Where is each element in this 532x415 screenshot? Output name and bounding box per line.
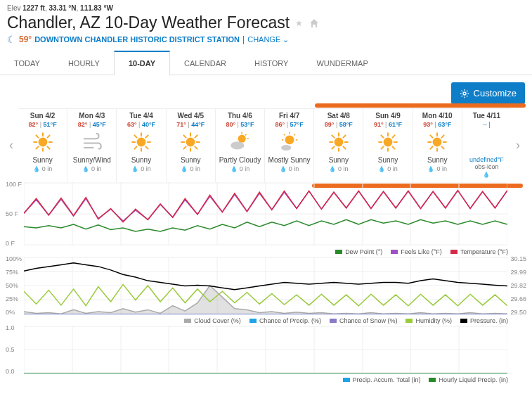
svg-point-0: [463, 91, 466, 94]
svg-line-17: [47, 135, 49, 137]
prev-arrow[interactable]: ‹: [4, 108, 18, 182]
moon-icon: ☾: [7, 34, 16, 45]
day-column[interactable]: Sat 4/889° | 58°FSunny💧0 in: [313, 109, 363, 182]
sunny-icon: [179, 131, 202, 153]
chevron-down-icon: ⌄: [283, 35, 289, 44]
tabs: TODAYHOURLY10-DAYCALENDARHISTORYWUNDERMA…: [0, 51, 532, 75]
chart-svg: [24, 257, 507, 314]
drop-icon: 💧: [82, 166, 89, 172]
elevation-coords: Elev 1227 ft, 33.31 °N, 111.83 °W: [7, 4, 525, 12]
svg-point-36: [238, 135, 246, 143]
sunny-icon: [130, 131, 153, 153]
svg-line-62: [381, 135, 383, 137]
day-column[interactable]: Mon 4/1093° | 63°FSunny💧0 in: [413, 109, 462, 182]
svg-point-57: [384, 138, 393, 147]
svg-line-25: [134, 146, 136, 148]
svg-point-9: [38, 138, 47, 147]
svg-line-35: [195, 135, 197, 137]
day-column[interactable]: Fri 4/786° | 57°FMostly Sunny💧0 in: [264, 109, 313, 182]
svg-line-64: [381, 146, 383, 148]
page-title: Chandler, AZ 10-Day Weather Forecast: [7, 13, 290, 32]
svg-line-53: [332, 135, 334, 137]
partly-icon: [228, 131, 251, 153]
svg-line-15: [47, 146, 49, 148]
svg-line-24: [145, 146, 148, 148]
customize-button[interactable]: Customize: [451, 82, 525, 104]
charts-area: 100 F50 F0 FDew Point (°)Feels Like (°F)…: [4, 182, 525, 388]
svg-line-5: [461, 90, 462, 91]
svg-line-65: [392, 135, 394, 137]
day-column[interactable]: Thu 4/680° | 53°FPartly Cloudy💧0 in: [215, 109, 264, 182]
svg-point-18: [137, 138, 146, 147]
wind-icon: [81, 131, 103, 153]
svg-point-47: [281, 145, 291, 151]
svg-line-16: [36, 146, 38, 148]
drop-icon: 💧: [33, 166, 40, 172]
svg-point-40: [231, 141, 245, 149]
tab-hourly[interactable]: HOURLY: [54, 51, 114, 75]
tab-calendar[interactable]: CALENDAR: [170, 51, 240, 75]
drop-icon: 💧: [329, 166, 336, 172]
svg-line-72: [442, 146, 444, 148]
svg-line-14: [36, 135, 38, 137]
day-column[interactable]: Mon 4/382° | 45°FSunny/Wind💧0 in: [67, 109, 116, 182]
day-column[interactable]: Tue 4/11-- |undefined°Fobs-icon💧: [462, 109, 511, 182]
gear-icon: [460, 89, 469, 98]
day-column[interactable]: Wed 4/571° | 44°FSunny💧0 in: [166, 109, 215, 182]
tab-today[interactable]: TODAY: [0, 51, 54, 75]
tab-10-day[interactable]: 10-DAY: [114, 51, 170, 75]
svg-line-7: [461, 96, 462, 96]
svg-line-23: [134, 135, 136, 137]
svg-line-8: [467, 90, 467, 91]
drop-icon: 💧: [131, 166, 138, 172]
drop-icon: 💧: [427, 166, 434, 172]
svg-point-27: [186, 138, 195, 147]
drop-icon: 💧: [280, 166, 287, 172]
svg-line-56: [343, 135, 345, 137]
sunny-icon: [327, 131, 350, 153]
svg-line-54: [343, 146, 345, 148]
chart-legend: Dew Point (°)Feels Like (°F)Temperature …: [24, 248, 508, 255]
mostly-icon: [278, 131, 301, 153]
svg-line-34: [184, 146, 186, 148]
next-arrow[interactable]: ›: [511, 108, 525, 182]
svg-line-6: [467, 96, 467, 96]
sunny-icon: [426, 131, 448, 153]
svg-line-33: [195, 146, 197, 148]
station-link[interactable]: DOWNTOWN CHANDLER HISTORIC DISTRICT STAT…: [34, 35, 240, 44]
drop-icon: 💧: [378, 166, 385, 172]
svg-point-48: [334, 138, 343, 147]
svg-line-39: [245, 134, 247, 136]
svg-point-66: [433, 138, 442, 147]
svg-line-74: [442, 135, 444, 137]
drop-icon: 💧: [231, 166, 238, 172]
svg-line-32: [184, 135, 186, 137]
svg-line-63: [392, 146, 394, 148]
home-icon[interactable]: [309, 18, 320, 29]
svg-line-26: [145, 135, 148, 137]
day-column[interactable]: Sun 4/991° | 61°FSunny💧0 in: [363, 109, 412, 182]
tab-history[interactable]: HISTORY: [240, 51, 303, 75]
drop-icon: 💧: [181, 166, 188, 172]
svg-line-45: [294, 134, 295, 136]
chart-svg: [24, 182, 507, 245]
svg-line-46: [284, 134, 285, 136]
chart-legend: Cloud Cover (%)Chance of Precip. (%)Chan…: [24, 317, 508, 324]
svg-point-41: [285, 135, 294, 144]
chart-svg: [24, 326, 507, 374]
day-column[interactable]: Sun 4/282° | 51°FSunny💧0 in: [18, 109, 67, 182]
day-column[interactable]: Tue 4/463° | 40°FSunny💧0 in: [116, 109, 165, 182]
forecast-days: Sun 4/282° | 51°FSunny💧0 inMon 4/382° | …: [18, 108, 511, 182]
chart-legend: Precip. Accum. Total (in)Hourly Liquid P…: [24, 376, 508, 383]
current-temp: 59°: [19, 34, 32, 44]
sunny-icon: [32, 131, 54, 153]
sunny-icon: [377, 131, 399, 153]
favorite-icon[interactable]: ★: [295, 18, 303, 28]
svg-line-71: [431, 135, 433, 137]
svg-line-73: [431, 146, 433, 148]
svg-line-55: [332, 146, 334, 148]
tab-wundermap[interactable]: WUNDERMAP: [302, 51, 382, 75]
change-station-link[interactable]: CHANGE ⌄: [247, 35, 289, 44]
